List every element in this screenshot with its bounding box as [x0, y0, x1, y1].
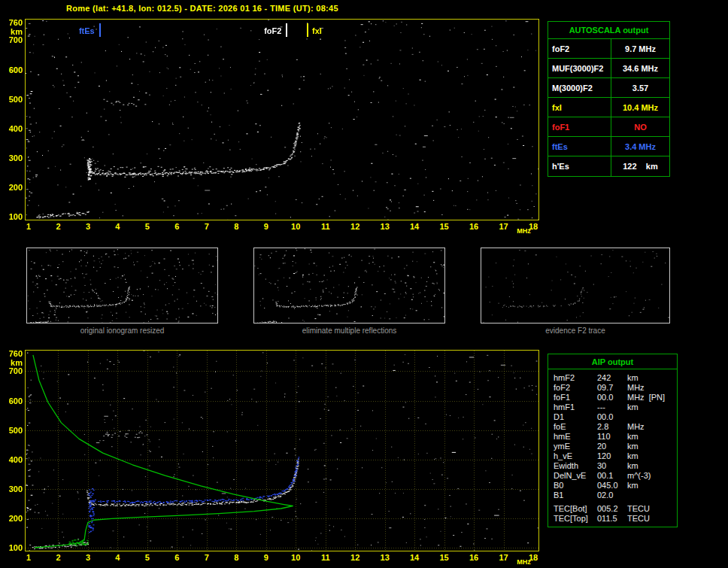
- aip-row-label: hmF2: [554, 373, 597, 383]
- aip-row-label: foF1: [554, 393, 597, 402]
- autoscala-table-header: AUTOSCALA output: [548, 22, 669, 39]
- autoscala-row-foF1: foF1NO: [548, 117, 669, 137]
- autoscala-row-ftEs: ftEs3.4 MHz: [548, 137, 669, 156]
- x-tick-label-2: 2: [49, 222, 67, 231]
- aip-row-label: ymE: [554, 442, 597, 451]
- aip-row-unit: [627, 491, 677, 500]
- x-tick-label-3: 3: [79, 553, 97, 562]
- aip-row-value: 09.7: [597, 383, 627, 393]
- aip-row-hmF2: hmF2242km: [548, 373, 677, 383]
- aip-row-unit: [627, 412, 677, 422]
- autoscala-row-value: 122 km: [611, 156, 669, 176]
- aip-row-unit: km: [627, 451, 677, 461]
- thumbnail-3: [481, 248, 670, 323]
- aip-row-label: B1: [554, 491, 597, 500]
- autoscala-row-value: 10.4 MHz: [611, 98, 669, 117]
- autoscala-screen: Rome (lat: +41.8, lon: 012.5) - DATE: 20…: [0, 0, 728, 568]
- aip-row-unit: MHz [PN]: [627, 393, 677, 402]
- aip-row-label: foF2: [554, 383, 597, 393]
- x-tick-label-6: 6: [168, 222, 186, 231]
- autoscala-row-h'Es: h'Es122 km: [548, 156, 669, 176]
- marker-line-fxI: [307, 23, 308, 37]
- x-tick-label-16: 16: [465, 553, 483, 562]
- autoscala-row-value: 3.4 MHz: [611, 137, 669, 156]
- x-tick-label-1: 1: [20, 222, 38, 231]
- autoscala-row-label: h'Es: [548, 156, 611, 176]
- aip-row-foF2: foF209.7MHz: [548, 383, 677, 393]
- bottom-ionogram-canvas: [26, 351, 538, 551]
- aip-row-value: 02.0: [597, 491, 627, 500]
- x-tick-label-14: 14: [405, 222, 423, 231]
- aip-row-label: TEC[Top]: [554, 514, 597, 524]
- x-tick-label-17: 17: [495, 222, 513, 231]
- thumbnail-canvas-3: [481, 248, 669, 323]
- autoscala-row-fxI: fxI10.4 MHz: [548, 98, 669, 117]
- y-tick-label-200: 200: [2, 183, 23, 192]
- aip-row-value: 20: [597, 442, 627, 451]
- aip-row-value: 00.0: [597, 393, 627, 402]
- aip-row-label: DelN_vE: [554, 471, 597, 481]
- y-tick-label-100: 100: [2, 543, 23, 552]
- y-axis-unit: km: [2, 358, 23, 367]
- aip-row-value: 00.1: [597, 471, 627, 481]
- autoscala-row-label: foF2: [548, 39, 611, 58]
- aip-row-unit: km: [627, 402, 677, 412]
- x-tick-label-6: 6: [168, 553, 186, 562]
- x-tick-label-5: 5: [138, 553, 156, 562]
- x-tick-label-2: 2: [49, 553, 67, 562]
- aip-row-h_vE: h_vE120km: [548, 451, 677, 461]
- marker-label-ftEs: ftEs: [65, 26, 95, 35]
- x-tick-label-13: 13: [376, 222, 394, 231]
- y-tick-label-700: 700: [2, 35, 23, 44]
- aip-row-label: Ewidth: [554, 461, 597, 471]
- x-tick-label-16: 16: [465, 222, 483, 231]
- x-tick-label-10: 10: [287, 222, 305, 231]
- aip-table-rows: hmF2242kmfoF209.7MHzfoF100.0MHz [PN]hmF1…: [548, 373, 677, 524]
- x-tick-label-15: 15: [435, 222, 453, 231]
- autoscala-row-value: NO: [611, 117, 669, 136]
- aip-row-value: 110: [597, 432, 627, 442]
- aip-row-value: 045.0: [597, 481, 627, 491]
- top-ionogram-plot: ftEsfoF2fxI: [25, 19, 539, 220]
- aip-row-value: 242: [597, 373, 627, 383]
- autoscala-row-value: 34.6 MHz: [611, 59, 669, 77]
- y-axis-unit: km: [2, 27, 23, 36]
- aip-row-unit: km: [627, 432, 677, 442]
- x-tick-label-7: 7: [198, 222, 216, 231]
- marker-line-ftEs: [99, 23, 101, 37]
- aip-row-unit: MHz: [627, 383, 677, 393]
- thumbnail-1: [26, 248, 218, 323]
- aip-row-value: 120: [597, 451, 627, 461]
- autoscala-row-label: ftEs: [548, 137, 611, 156]
- x-tick-label-4: 4: [108, 222, 126, 231]
- thumbnail-caption-2: eliminate multiple reflections: [253, 327, 445, 335]
- thumbnail-2: [253, 248, 445, 323]
- aip-row-ymE: ymE20km: [548, 442, 677, 451]
- aip-row-label: D1: [554, 412, 597, 422]
- x-tick-label-9: 9: [257, 553, 275, 562]
- aip-row-value: 005.2: [597, 504, 627, 514]
- autoscala-output-table: AUTOSCALA output foF29.7 MHzMUF(3000)F23…: [548, 21, 670, 177]
- aip-row-hmF1: hmF1---km: [548, 402, 677, 412]
- autoscala-row-label: M(3000)F2: [548, 78, 611, 97]
- autoscala-row-value: 9.7 MHz: [611, 39, 669, 58]
- marker-label-fxI: fxI: [312, 26, 322, 35]
- y-tick-label-400: 400: [2, 455, 23, 464]
- aip-row-value: 2.8: [597, 422, 627, 432]
- thumbnail-canvas-1: [27, 248, 217, 323]
- aip-row-unit: m^(-3): [627, 471, 677, 481]
- x-tick-label-10: 10: [287, 553, 305, 562]
- aip-row-Ewidth: Ewidth30km: [548, 461, 677, 471]
- autoscala-row-label: MUF(3000)F2: [548, 59, 611, 77]
- x-tick-label-15: 15: [435, 553, 453, 562]
- x-axis-unit: MHz: [517, 227, 531, 235]
- aip-row-unit: km: [627, 461, 677, 471]
- aip-row-DelN_vE: DelN_vE00.1m^(-3): [548, 471, 677, 481]
- y-tick-label-600: 600: [2, 396, 23, 405]
- y-tick-label-500: 500: [2, 426, 23, 435]
- y-tick-label-760: 760: [2, 18, 23, 27]
- thumbnail-canvas-2: [254, 248, 444, 323]
- y-tick-label-760: 760: [2, 349, 23, 358]
- autoscala-row-MUF(3000)F2: MUF(3000)F234.6 MHz: [548, 59, 669, 78]
- thumbnail-caption-3: evidence F2 trace: [481, 327, 670, 335]
